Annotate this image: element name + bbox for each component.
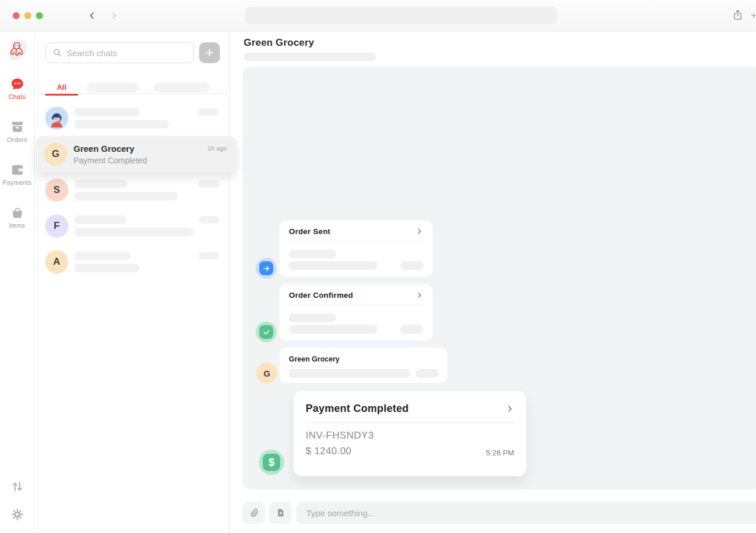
avatar-initial: A — [53, 256, 60, 268]
card-title: Order Confirmed — [289, 291, 353, 300]
sort-arrows-icon — [10, 480, 24, 494]
forward-button[interactable] — [106, 8, 122, 24]
chat-list-panel: All — [35, 32, 230, 533]
chevron-right-icon — [416, 291, 423, 299]
card-expand-button[interactable] — [416, 291, 423, 299]
card-expand-button[interactable] — [505, 404, 514, 413]
avatar-initial: F — [54, 220, 60, 232]
skeleton-time — [199, 216, 219, 224]
tab-skeleton[interactable] — [153, 83, 210, 92]
conversation-title: Green Grocery — [244, 37, 314, 49]
check-icon — [259, 325, 273, 339]
sidebar-item-chats[interactable]: Chats — [0, 76, 35, 100]
skeleton-line — [289, 369, 410, 378]
minimize-window-button[interactable] — [24, 12, 31, 19]
card-divider — [289, 305, 423, 305]
dollar-icon: $ — [263, 454, 280, 471]
settings-gear-icon — [10, 508, 24, 521]
card-expand-button[interactable] — [416, 228, 423, 235]
back-button[interactable] — [84, 8, 100, 24]
message-avatar — [256, 258, 277, 279]
chat-list-item-f[interactable]: F — [35, 208, 229, 244]
sidebar-item-payments[interactable]: Payments — [0, 162, 35, 186]
payment-completed-card[interactable]: Payment Completed INV-FHSNDY3 $ 1240.00 … — [293, 391, 526, 476]
chat-preview: Payment Completed — [74, 156, 227, 165]
skeleton-time — [197, 108, 219, 116]
sidebar-item-items[interactable]: Items — [0, 205, 35, 229]
new-tab-button[interactable]: + — [751, 10, 756, 21]
attach-document-button[interactable] — [269, 502, 292, 524]
message-avatar — [256, 322, 277, 342]
message-input[interactable] — [296, 502, 756, 524]
chat-list-item-a[interactable]: A — [35, 244, 229, 280]
add-chat-button[interactable] — [199, 42, 220, 63]
attach-file-button[interactable] — [243, 502, 265, 524]
search-box — [45, 42, 194, 63]
card-title: Payment Completed — [306, 403, 409, 415]
skeleton-line — [289, 325, 377, 334]
sidebar-item-label: Orders — [7, 136, 27, 143]
chat-list-item-s[interactable]: S — [35, 172, 229, 208]
skeleton-line — [75, 228, 193, 236]
chat-timestamp: 1h ago — [207, 145, 227, 152]
chat-bubble-icon — [10, 76, 25, 92]
tab-skeleton[interactable] — [87, 83, 139, 92]
chevron-right-icon — [109, 11, 119, 20]
share-icon — [732, 9, 744, 21]
payment-amount: $ 1240.00 — [306, 446, 351, 457]
address-bar[interactable] — [245, 7, 557, 24]
card-divider — [289, 241, 423, 242]
active-tab-indicator — [45, 94, 78, 96]
skeleton-time — [199, 180, 219, 188]
skeleton-line — [75, 251, 131, 260]
skeleton-line — [289, 250, 336, 258]
order-sent-card[interactable]: Order Sent — [280, 221, 432, 277]
chat-list-item-support[interactable] — [35, 100, 229, 136]
avatar-initial: S — [53, 184, 60, 196]
skeleton-time — [416, 369, 438, 378]
sort-button[interactable] — [10, 480, 24, 496]
message-timestamp: 5:26 PM — [486, 448, 514, 457]
sidebar-item-label: Payments — [2, 179, 32, 186]
tab-label: All — [57, 83, 67, 92]
message-canvas: Order Sent — [243, 67, 756, 490]
tab-all[interactable]: All — [45, 83, 78, 92]
chevron-right-icon — [505, 404, 514, 413]
skeleton-line — [75, 180, 127, 188]
chat-list-item-green-grocery[interactable]: G Green Grocery 1h ago Payment Completed — [36, 136, 237, 172]
chevron-left-icon — [87, 11, 97, 20]
avatar: A — [45, 250, 68, 273]
green-grocery-message-card[interactable]: Green Grocery — [280, 348, 447, 383]
chevron-right-icon — [416, 228, 423, 235]
skeleton-line — [75, 192, 178, 200]
skeleton-line — [289, 313, 336, 322]
skeleton-line — [75, 216, 127, 224]
avatar-initial: G — [263, 368, 270, 378]
invoice-number: INV-FHSNDY3 — [306, 430, 514, 441]
message-avatar: G — [256, 363, 277, 384]
chat-filter-tabs: All — [45, 81, 210, 93]
skeleton-line — [75, 120, 169, 129]
file-add-icon — [276, 508, 286, 518]
tabs-divider — [35, 93, 229, 94]
window-titlebar: + — [0, 0, 756, 32]
sidebar-item-label: Items — [9, 222, 25, 229]
avatar-initial: G — [52, 148, 59, 160]
arrow-right-icon — [259, 261, 273, 275]
shopping-bag-icon — [10, 205, 25, 220]
order-confirmed-card[interactable]: Order Confirmed — [280, 284, 432, 341]
order-box-icon — [10, 119, 25, 134]
zoom-window-button[interactable] — [36, 12, 43, 19]
search-input[interactable] — [67, 48, 186, 58]
card-divider — [306, 422, 514, 423]
app-logo[interactable] — [5, 37, 30, 63]
chat-items: G Green Grocery 1h ago Payment Completed… — [35, 100, 229, 280]
message-avatar: $ — [259, 450, 284, 475]
paperclip-icon — [249, 508, 259, 518]
sidebar-item-orders[interactable]: Orders — [0, 119, 35, 143]
close-window-button[interactable] — [13, 12, 20, 19]
skeleton-time — [401, 325, 423, 334]
search-icon — [53, 48, 62, 57]
share-button[interactable] — [730, 8, 745, 23]
settings-button[interactable] — [10, 508, 24, 524]
